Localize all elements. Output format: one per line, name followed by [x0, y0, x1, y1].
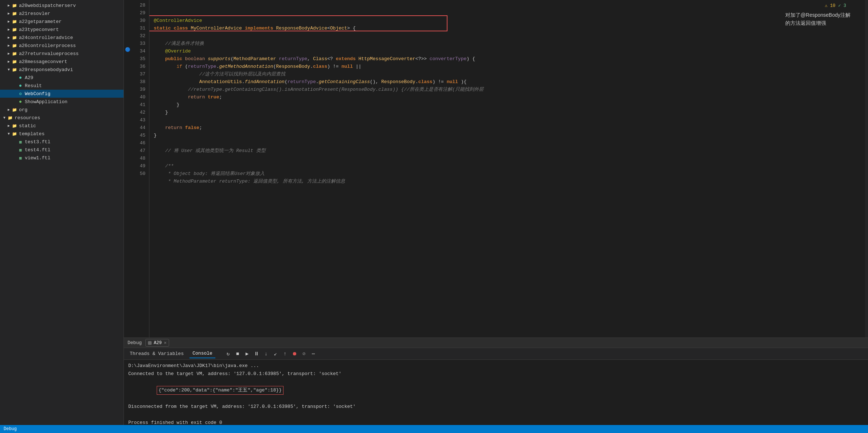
sidebar-item-a26[interactable]: a26controllerprocess: [0, 42, 124, 50]
sidebar-label-showapp: ShowApplication: [25, 99, 67, 105]
line-numbers: 28 29 30 31 32 33 34 35 36 37 38 39 40 4…: [131, 0, 149, 338]
folder-icon-a20: [12, 3, 17, 8]
sidebar-label-templates: templates: [19, 131, 44, 137]
sidebar-label-test4: test4.ftl: [25, 147, 50, 153]
tree-arrow-templates: [6, 131, 12, 137]
debug-toolbar: ↻ ■ ▶ ⏸ ↓ ↙ ↑ ⏺ ⊘ ⋯: [224, 350, 317, 358]
stop-btn[interactable]: ■: [234, 350, 242, 358]
code-line-35: public boolean supports(MethodParameter …: [154, 55, 865, 63]
tab-threads-label: Threads & Variables: [130, 351, 184, 356]
code-line-33: //满足条件才转换: [154, 40, 865, 47]
sidebar-item-a21[interactable]: a21resovler: [0, 9, 124, 17]
tab-console[interactable]: Console: [189, 349, 215, 358]
folder-icon-static: [12, 123, 17, 129]
sidebar-item-WebConfig[interactable]: WebConfig: [0, 90, 124, 98]
sidebar-item-a28[interactable]: a28messageconvert: [0, 58, 124, 66]
ftl-icon-view1: [17, 155, 23, 161]
ftl-icon-test3: [17, 139, 23, 145]
sidebar-label-org: org: [19, 107, 27, 113]
sidebar-item-org[interactable]: org: [0, 106, 124, 114]
code-line-34: @Override: [154, 47, 865, 55]
folder-icon-a27: [12, 51, 17, 56]
sidebar-item-test4[interactable]: test4.ftl: [0, 146, 124, 154]
class-icon-A29: [17, 75, 23, 81]
folder-icon-a21: [12, 11, 17, 16]
editor-area: ⚠ 10 ✓ 3 🔵: [124, 0, 868, 425]
sidebar-item-a29[interactable]: a29responsebodyadvi: [0, 66, 124, 74]
folder-icon-a29: [12, 67, 17, 73]
sidebar-item-a24[interactable]: a24controlleradvice: [0, 34, 124, 42]
folder-icon-a24: [12, 35, 17, 40]
callout-line2: 的方法返回值增强: [785, 19, 851, 27]
tab-console-label: Console: [192, 351, 212, 356]
step-down-btn[interactable]: ↙: [271, 350, 279, 358]
resume-btn[interactable]: ▶: [243, 350, 251, 358]
step-up-btn[interactable]: ↑: [281, 350, 289, 358]
debug-session-tag: A29 ✕: [145, 339, 169, 347]
sidebar-item-Result[interactable]: Result: [0, 82, 124, 90]
tab-threads-variables[interactable]: Threads & Variables: [127, 350, 187, 358]
tree-arrow-a27: [6, 51, 12, 56]
tree-arrow-a28: [6, 59, 12, 65]
session-icon: [148, 341, 152, 345]
tree-arrow-a24: [6, 35, 12, 40]
sidebar-item-ShowApplication[interactable]: ShowApplication: [0, 98, 124, 106]
code-content[interactable]: 对加了@ResponseBody注解 的方法返回值增强 @ControllerA…: [149, 0, 865, 338]
console-line-4: Disconnected from the target VM, address…: [128, 403, 864, 411]
debug-content: D:\JavaEnvironment\Java\JDK17\bin\java.e…: [124, 360, 868, 425]
ok-badge: ✓ 3: [838, 3, 846, 8]
step-over-btn[interactable]: ↓: [262, 350, 270, 358]
sidebar-item-view1[interactable]: view1.ftl: [0, 154, 124, 162]
main-area: a20webdispatcherserv a21resovler a22getp…: [0, 0, 868, 425]
debug-tab-label[interactable]: Debug: [128, 340, 142, 346]
sidebar-item-a20[interactable]: a20webdispatcherserv: [0, 1, 124, 9]
sidebar-item-A29-class[interactable]: A29: [0, 74, 124, 82]
session-close-btn[interactable]: ✕: [164, 340, 167, 346]
sidebar-label-a22: a22getparameter: [19, 19, 62, 24]
callout-line1: 对加了@ResponseBody注解: [785, 11, 851, 19]
sidebar-item-templates[interactable]: templates: [0, 130, 124, 138]
sidebar-item-static[interactable]: static: [0, 122, 124, 130]
console-line-2: Connected to the target VM, address: '12…: [128, 370, 864, 378]
console-line-1: D:\JavaEnvironment\Java\JDK17\bin\java.e…: [128, 362, 864, 370]
mute-btn[interactable]: ⊘: [300, 350, 308, 358]
sidebar-label-a29: a29responsebodyadvi: [19, 67, 73, 73]
code-line-44: return false;: [154, 124, 865, 132]
ftl-icon-test4: [17, 147, 23, 153]
folder-icon-a22: [12, 19, 17, 24]
sidebar-label-a21: a21resovler: [19, 11, 50, 16]
sidebar-item-a23[interactable]: a23typeconvert: [0, 26, 124, 34]
folder-icon-templates: [12, 131, 17, 137]
code-line-30: @ControllerAdvice: [154, 17, 865, 24]
code-line-48: [154, 155, 865, 162]
console-highlight-json: {"code":200,"data":{"name":"王五","age":18…: [157, 386, 284, 395]
code-line-28: [154, 1, 865, 9]
code-editor: 🔵 28 29 3: [124, 0, 868, 338]
more-btn[interactable]: ⋯: [309, 350, 317, 358]
sidebar-item-test3[interactable]: test3.ftl: [0, 138, 124, 146]
debug-tabs: Threads & Variables Console ↻ ■ ▶ ⏸ ↓ ↙ …: [124, 348, 868, 360]
spring-icon-showapp: [17, 99, 23, 105]
sidebar-label-static: static: [19, 123, 36, 129]
annotation-callout: 对加了@ResponseBody注解 的方法返回值增强: [785, 11, 851, 27]
sidebar-item-a22[interactable]: a22getparameter: [0, 17, 124, 26]
sidebar-label-view1: view1.ftl: [25, 155, 50, 161]
reload-btn[interactable]: ↻: [224, 350, 232, 358]
sidebar-item-resources[interactable]: resources: [0, 114, 124, 122]
run-to-cursor-btn[interactable]: ⏺: [290, 350, 298, 358]
tree-arrow-a23: [6, 27, 12, 32]
sidebar-item-a27[interactable]: a27returnvalueprocess: [0, 50, 124, 58]
class-icon-webconfig: [17, 91, 23, 97]
session-label: A29: [154, 340, 162, 346]
sidebar-label-A29: A29: [25, 75, 33, 81]
status-bar: Debug: [0, 425, 868, 433]
code-line-50: * Object body: 将返回结果User对象放入: [154, 170, 865, 178]
code-line-43: [154, 116, 865, 124]
code-line-51: * MethodParameter returnType: 返回值类型, 所有方…: [154, 178, 865, 185]
tree-arrow-org: [6, 107, 12, 113]
pause-btn[interactable]: ⏸: [253, 350, 261, 358]
sidebar-label-a24: a24controlleradvice: [19, 35, 73, 40]
editor-scrollbar[interactable]: [865, 0, 868, 338]
class-icon-result: [17, 83, 23, 89]
code-line-49: /**: [154, 162, 865, 170]
